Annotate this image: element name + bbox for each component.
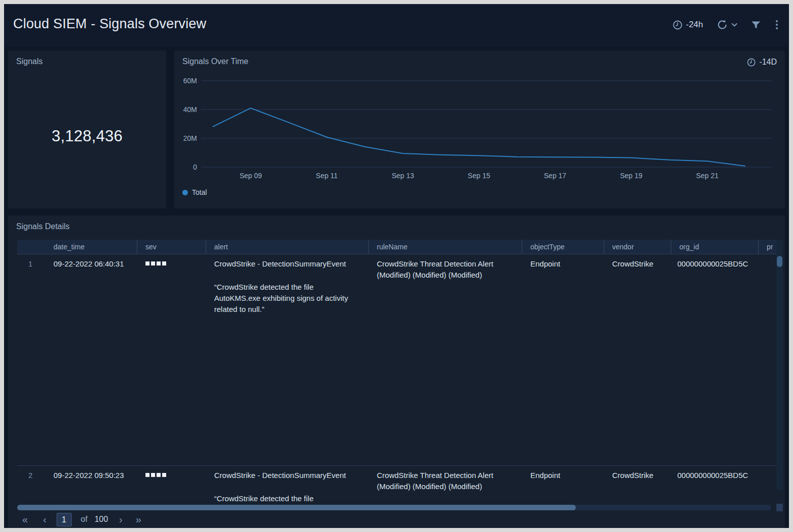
column-header-objectType[interactable]: objectType [522, 240, 604, 254]
column-header-sev[interactable]: sev [137, 240, 206, 254]
cell-date-time: 09-22-2022 06:40:31 [45, 254, 137, 465]
severity-block [151, 261, 155, 265]
x-axis-tick-label: Sep 17 [544, 172, 567, 180]
x-axis-tick-label: Sep 13 [391, 172, 414, 180]
total-series-line [213, 108, 746, 166]
cell-row-number: 1 [17, 254, 45, 465]
severity-block [157, 473, 161, 477]
table-row[interactable]: 209-22-2022 09:50:23CrowdStrike - Detect… [17, 465, 780, 504]
horizontal-scrollbar-track[interactable] [17, 505, 771, 510]
signals-table: date_timesevalertruleNameobjectTypevendo… [17, 240, 780, 504]
column-header-row-number[interactable] [17, 240, 45, 254]
table-body: 109-22-2022 06:40:31CrowdStrike - Detect… [17, 254, 780, 504]
alert-description: “CrowdStrike detected the fileAutoKMS.ex… [214, 282, 362, 315]
pagination: « ‹ 1 of 100 › » [20, 512, 143, 526]
severity-block [151, 473, 155, 477]
page-title: Cloud SIEM - Signals Overview [13, 16, 206, 32]
signals-count-panel: Signals 3,128,436 [8, 50, 166, 208]
next-page-button[interactable]: › [117, 513, 125, 526]
severity-blocks [145, 470, 199, 477]
clock-icon [673, 20, 682, 30]
prev-page-button[interactable]: ‹ [41, 513, 48, 526]
cell-object-type: Endpoint [522, 466, 604, 504]
column-header-ruleName[interactable]: ruleName [369, 240, 522, 254]
table-row[interactable]: 109-22-2022 06:40:31CrowdStrike - Detect… [17, 254, 780, 465]
legend-dot [182, 190, 188, 195]
severity-block [145, 473, 150, 477]
severity-block [145, 261, 150, 265]
vertical-scrollbar-track[interactable] [776, 240, 783, 490]
y-axis-tick-label: 40M [183, 105, 197, 114]
severity-block [162, 473, 166, 477]
dashboard-root: Cloud SIEM - Signals Overview -24h [4, 4, 789, 528]
x-axis-tick-label: Sep 19 [620, 172, 642, 180]
cell-vendor: CrowdStrike [604, 254, 671, 465]
filter-button[interactable] [751, 21, 761, 29]
cell-object-type: Endpoint [522, 254, 604, 465]
cell-alert: CrowdStrike - DetectionSummaryEvent“Crow… [206, 254, 369, 465]
cell-date-time: 09-22-2022 09:50:23 [45, 466, 137, 504]
time-range-selector[interactable]: -24h [673, 20, 703, 30]
severity-blocks [145, 258, 199, 265]
cell-severity [137, 254, 206, 465]
refresh-button[interactable] [716, 19, 738, 30]
dashboard-header: Cloud SIEM - Signals Overview -24h [4, 4, 789, 46]
column-header-alert[interactable]: alert [206, 240, 369, 254]
current-page-input[interactable]: 1 [57, 513, 72, 526]
x-axis-tick-label: Sep 15 [468, 172, 490, 180]
scrollbar-corner [776, 504, 783, 511]
cell-org-id: 000000000025BD5C [671, 466, 759, 504]
horizontal-scrollbar-thumb[interactable] [17, 505, 576, 510]
column-header-date_time[interactable]: date_time [45, 240, 137, 254]
severity-block [162, 261, 166, 265]
signals-over-time-chart: 020M40M60MSep 09Sep 11Sep 13Sep 15Sep 17… [174, 50, 785, 208]
signals-over-time-panel: Signals Over Time -14D 020M40M60MSep 09S… [174, 50, 785, 208]
table-header-row: date_timesevalertruleNameobjectTypevendo… [17, 240, 780, 254]
refresh-icon [716, 19, 728, 30]
x-axis-tick-label: Sep 21 [696, 172, 719, 180]
y-axis-tick-label: 20M [183, 134, 197, 142]
cell-rule-name: CrowdStrike Threat Detection Alert(Modif… [369, 254, 522, 465]
kebab-menu-icon[interactable] [774, 19, 780, 30]
pagination-total-pages: 100 [94, 515, 108, 524]
cell-alert: CrowdStrike - DetectionSummaryEvent“Crow… [206, 466, 369, 504]
last-page-button[interactable]: » [134, 513, 143, 526]
alert-title: CrowdStrike - DetectionSummaryEvent [214, 258, 362, 270]
y-axis-tick-label: 0 [193, 163, 197, 171]
x-axis-tick-label: Sep 09 [239, 172, 262, 180]
vertical-scrollbar-thumb[interactable] [777, 256, 782, 267]
header-controls: -24h [673, 19, 780, 30]
first-page-button[interactable]: « [20, 513, 30, 526]
cell-rule-name: CrowdStrike Threat Detection Alert(Modif… [369, 466, 522, 504]
details-panel-title: Signals Details [16, 222, 70, 231]
cell-severity [137, 466, 206, 504]
pagination-of-label: of [81, 515, 87, 524]
signals-details-panel: Signals Details date_timesevalertruleNam… [8, 216, 785, 528]
filter-icon [751, 21, 761, 29]
column-header-org_id[interactable]: org_id [671, 240, 759, 254]
column-header-vendor[interactable]: vendor [604, 240, 671, 254]
legend-item-total[interactable]: Total [182, 188, 207, 196]
alert-title: CrowdStrike - DetectionSummaryEvent [214, 470, 362, 481]
severity-block [157, 261, 161, 265]
time-range-label: -24h [686, 20, 703, 30]
legend-label: Total [192, 188, 207, 196]
signals-panel-title: Signals [16, 57, 42, 66]
x-axis-tick-label: Sep 11 [316, 172, 338, 180]
cell-org-id: 000000000025BD5C [671, 254, 759, 465]
chevron-down-icon [731, 22, 738, 27]
y-axis-tick-label: 60M [183, 77, 197, 85]
cell-row-number: 2 [17, 466, 45, 504]
alert-description: “CrowdStrike detected the file….exe exhi… [214, 493, 362, 504]
signals-count-value: 3,128,436 [8, 127, 166, 145]
cell-vendor: CrowdStrike [604, 466, 671, 504]
